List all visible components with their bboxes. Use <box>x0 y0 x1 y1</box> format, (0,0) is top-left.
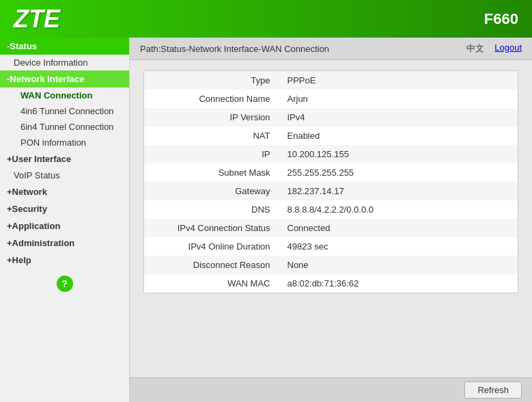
sidebar-item-6in4-tunnel[interactable]: 6in4 Tunnel Connection <box>0 119 129 135</box>
sidebar: -Status Device Information -Network Inte… <box>0 38 130 402</box>
sidebar-item-wan-connection[interactable]: WAN Connection <box>0 88 129 103</box>
row-label: WAN MAC <box>144 274 281 293</box>
sidebar-network-interface[interactable]: -Network Interface <box>0 70 129 88</box>
sidebar-item-user-interface[interactable]: +User Interface <box>0 150 129 168</box>
table-row: IP VersionIPv4 <box>144 108 518 126</box>
row-value: 8.8.8.8/4.2.2.2/0.0.0.0 <box>281 200 518 219</box>
row-value: 255.255.255.255 <box>281 163 518 182</box>
refresh-button[interactable]: Refresh <box>464 381 522 399</box>
breadcrumb-bar: Path:Status-Network Interface-WAN Connec… <box>130 38 532 60</box>
row-label: Connection Name <box>144 90 281 108</box>
table-row: Disconnect ReasonNone <box>144 256 518 274</box>
table-row: Connection NameArjun <box>144 90 518 108</box>
row-value: Enabled <box>281 126 518 145</box>
row-label: Gateway <box>144 182 281 200</box>
row-value: IPv4 <box>281 108 518 126</box>
main-layout: -Status Device Information -Network Inte… <box>0 38 532 402</box>
row-label: IP Version <box>144 108 281 126</box>
breadcrumb: Path:Status-Network Interface-WAN Connec… <box>140 44 329 54</box>
row-label: IP <box>144 145 281 163</box>
sidebar-administration[interactable]: +Administration <box>0 234 129 252</box>
logo: ZTE <box>14 5 60 34</box>
row-value: Connected <box>281 219 518 237</box>
row-label: IPv4 Online Duration <box>144 237 281 256</box>
row-value: 10.200.125.155 <box>281 145 518 163</box>
table-row: WAN MACa8:02:db:71:36:62 <box>144 274 518 293</box>
sidebar-item-voip-status[interactable]: VoIP Status <box>0 168 129 183</box>
help-button-container: ? <box>0 276 129 292</box>
table-row: NATEnabled <box>144 126 518 145</box>
row-value: a8:02:db:71:36:62 <box>281 274 518 293</box>
row-label: Type <box>144 71 281 90</box>
sidebar-status-section[interactable]: -Status <box>0 38 129 55</box>
row-label: NAT <box>144 126 281 145</box>
table-row: IPv4 Online Duration49823 sec <box>144 237 518 256</box>
row-value: Arjun <box>281 90 518 108</box>
row-label: DNS <box>144 200 281 219</box>
model-name: F660 <box>484 10 518 28</box>
row-value: 49823 sec <box>281 237 518 256</box>
row-label: Subnet Mask <box>144 163 281 182</box>
sidebar-network[interactable]: +Network <box>0 183 129 200</box>
sidebar-security[interactable]: +Security <box>0 200 129 217</box>
sidebar-item-device-info[interactable]: Device Information <box>0 55 129 70</box>
header: ZTE F660 <box>0 0 532 38</box>
language-link[interactable]: 中文 <box>466 42 484 55</box>
row-label: IPv4 Connection Status <box>144 219 281 237</box>
table-row: IPv4 Connection StatusConnected <box>144 219 518 237</box>
info-area: TypePPPoEConnection NameArjunIP VersionI… <box>130 60 532 377</box>
row-value: PPPoE <box>281 71 518 90</box>
help-icon-button[interactable]: ? <box>57 276 73 292</box>
table-row: DNS8.8.8.8/4.2.2.2/0.0.0.0 <box>144 200 518 219</box>
main-content: Path:Status-Network Interface-WAN Connec… <box>130 38 532 402</box>
table-row: Gateway182.237.14.17 <box>144 182 518 200</box>
table-row: IP10.200.125.155 <box>144 145 518 163</box>
row-label: Disconnect Reason <box>144 256 281 274</box>
logout-link[interactable]: Logout <box>494 42 522 55</box>
table-row: Subnet Mask255.255.255.255 <box>144 163 518 182</box>
sidebar-item-pon-info[interactable]: PON information <box>0 135 129 150</box>
row-value: None <box>281 256 518 274</box>
sidebar-item-4in6-tunnel[interactable]: 4in6 Tunnel Connection <box>0 103 129 119</box>
table-row: TypePPPoE <box>144 71 518 90</box>
breadcrumb-actions: 中文 Logout <box>466 42 522 55</box>
row-value: 182.237.14.17 <box>281 182 518 200</box>
sidebar-help[interactable]: +Help <box>0 252 129 269</box>
bottom-bar: Refresh <box>130 377 532 402</box>
sidebar-application[interactable]: +Application <box>0 217 129 234</box>
wan-info-table: TypePPPoEConnection NameArjunIP VersionI… <box>143 70 518 293</box>
